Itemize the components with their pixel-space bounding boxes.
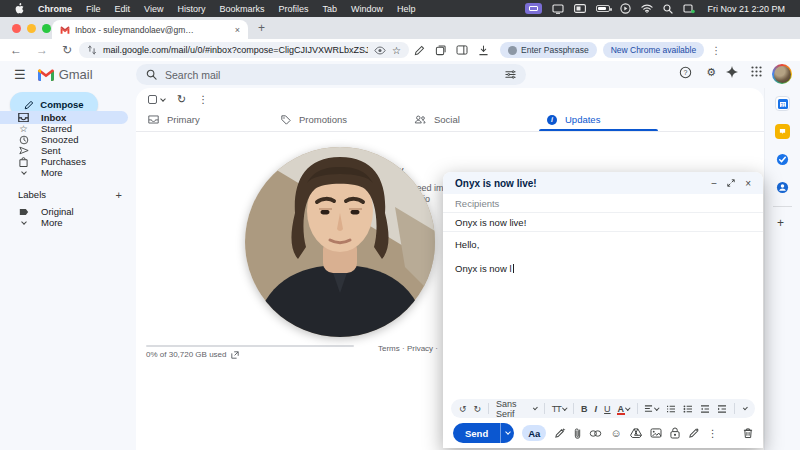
help-icon[interactable]: ?	[679, 66, 692, 79]
insert-link-icon[interactable]	[589, 430, 602, 437]
subject-field[interactable]: Onyx is now live!	[443, 213, 763, 232]
gemini-icon[interactable]	[726, 66, 738, 78]
tab-organizer-icon[interactable]	[435, 45, 446, 56]
display-icon[interactable]	[552, 4, 564, 14]
zoom-window-button[interactable]	[42, 24, 51, 33]
new-chrome-available-button[interactable]: New Chrome available	[603, 42, 705, 58]
tab-social[interactable]: Social	[402, 108, 535, 131]
menu-chrome[interactable]: Chrome	[38, 4, 72, 14]
minimize-window-button[interactable]	[27, 24, 36, 33]
tab-close-icon[interactable]: ×	[235, 25, 240, 35]
spotlight-search-icon[interactable]	[663, 4, 673, 14]
formatting-options-toggle[interactable]: Aa	[522, 425, 546, 441]
more-send-options-icon[interactable]: ⋮	[708, 428, 718, 439]
sidebar-item-starred[interactable]: ☆ Starred	[0, 123, 128, 134]
font-size-dropdown[interactable]: TT	[552, 404, 567, 414]
menu-file[interactable]: File	[86, 4, 101, 14]
settings-gear-icon[interactable]: ⚙	[706, 66, 716, 79]
insert-photo-icon[interactable]	[650, 428, 662, 438]
undo-icon[interactable]: ↺	[459, 404, 467, 414]
download-icon[interactable]	[478, 45, 489, 56]
attach-file-icon[interactable]	[574, 427, 581, 440]
tab-primary[interactable]: Primary	[136, 108, 269, 131]
external-link-icon[interactable]	[231, 351, 239, 359]
apps-grid-icon[interactable]	[751, 66, 762, 77]
message-body[interactable]: Hello, Onyx is now l	[443, 232, 763, 282]
play-status-icon[interactable]	[620, 3, 631, 14]
close-window-button[interactable]	[12, 24, 21, 33]
apple-menu-icon[interactable]	[15, 3, 24, 14]
screen-recording-icon[interactable]	[525, 3, 542, 14]
recipients-field[interactable]: Recipients	[443, 194, 763, 213]
new-tab-button[interactable]: +	[258, 21, 265, 35]
insert-drive-icon[interactable]	[630, 428, 642, 438]
tab-promotions[interactable]: Promotions	[269, 108, 402, 131]
browser-menu-icon[interactable]: ⋮	[711, 45, 721, 56]
side-panel-icon[interactable]	[456, 45, 468, 55]
align-dropdown[interactable]	[644, 405, 659, 413]
main-menu-icon[interactable]: ☰	[14, 67, 26, 82]
tab-updates[interactable]: i Updates	[535, 108, 668, 131]
calendar-icon[interactable]: 31	[775, 96, 790, 111]
password-eye-icon[interactable]	[374, 46, 386, 55]
underline-button[interactable]: U	[604, 404, 611, 414]
search-filter-icon[interactable]	[505, 69, 516, 80]
menu-window[interactable]: Window	[351, 4, 383, 14]
more-options-icon[interactable]: ⋮	[198, 94, 208, 105]
bold-button[interactable]: B	[581, 404, 588, 414]
bookmark-star-icon[interactable]: ☆	[392, 45, 401, 56]
font-family-dropdown[interactable]: Sans Serif	[496, 399, 537, 419]
menu-edit[interactable]: Edit	[115, 4, 131, 14]
wifi-icon[interactable]	[641, 4, 653, 13]
numbered-list-button[interactable]	[666, 405, 676, 413]
minimize-icon[interactable]: −	[711, 178, 717, 189]
help-me-write-icon[interactable]	[554, 427, 566, 439]
discard-draft-icon[interactable]	[743, 427, 753, 439]
menu-tab[interactable]: Tab	[322, 4, 337, 14]
enter-passphrase-button[interactable]: Enter Passphrase	[500, 42, 597, 58]
terms-privacy-links[interactable]: Terms · Privacy ·	[378, 344, 438, 353]
text-color-dropdown[interactable]: A	[618, 404, 630, 414]
sidebar-label-original[interactable]: Original	[0, 206, 128, 217]
menu-profiles[interactable]: Profiles	[278, 4, 308, 14]
italic-button[interactable]: I	[595, 404, 598, 414]
menu-bookmarks[interactable]: Bookmarks	[219, 4, 264, 14]
address-bar[interactable]: mail.google.com/mail/u/0/#inbox?compose=…	[79, 42, 409, 58]
fullscreen-icon[interactable]	[727, 179, 735, 187]
user-switch-icon[interactable]	[683, 4, 695, 14]
keep-icon[interactable]	[775, 124, 790, 139]
sidebar-item-purchases[interactable]: Purchases	[0, 156, 128, 167]
insert-emoji-icon[interactable]: ☺	[610, 428, 621, 439]
site-info-icon[interactable]	[87, 45, 97, 55]
compose-header[interactable]: Onyx is now live! − ×	[443, 172, 763, 194]
sidebar-item-sent[interactable]: Sent	[0, 145, 128, 156]
redo-icon[interactable]: ↻	[474, 404, 482, 414]
create-label-icon[interactable]: +	[116, 189, 122, 201]
search-input[interactable]: Search mail	[136, 64, 526, 85]
refresh-icon[interactable]: ↻	[177, 93, 186, 106]
forward-button[interactable]: →	[36, 43, 48, 57]
reload-button[interactable]: ↻	[62, 43, 72, 57]
window-manager-icon[interactable]	[574, 4, 586, 13]
pencil-extension-icon[interactable]	[414, 45, 425, 56]
search-icon[interactable]	[146, 69, 157, 80]
account-avatar[interactable]	[772, 64, 792, 84]
insert-signature-icon[interactable]	[688, 427, 700, 439]
indent-less-button[interactable]	[700, 405, 710, 413]
select-dropdown-icon[interactable]	[160, 96, 166, 102]
sidebar-labels-more[interactable]: More	[0, 217, 128, 228]
send-button[interactable]: Send	[453, 423, 500, 443]
sidebar-item-snoozed[interactable]: Snoozed	[0, 134, 128, 145]
select-all-checkbox[interactable]	[148, 95, 165, 104]
menubar-clock[interactable]: Fri Nov 21 2:20 PM	[707, 4, 785, 14]
battery-icon[interactable]	[596, 5, 610, 12]
tasks-icon[interactable]	[775, 152, 790, 167]
browser-tab-inbox[interactable]: Inbox - suleymandolaev@gm… ×	[52, 20, 248, 39]
bullet-list-button[interactable]	[683, 405, 693, 413]
menu-history[interactable]: History	[177, 4, 205, 14]
more-formatting-icon[interactable]	[743, 406, 748, 411]
sidebar-item-more[interactable]: More	[0, 167, 128, 178]
contacts-icon[interactable]	[775, 180, 790, 195]
menu-view[interactable]: View	[144, 4, 163, 14]
menu-help[interactable]: Help	[397, 4, 416, 14]
